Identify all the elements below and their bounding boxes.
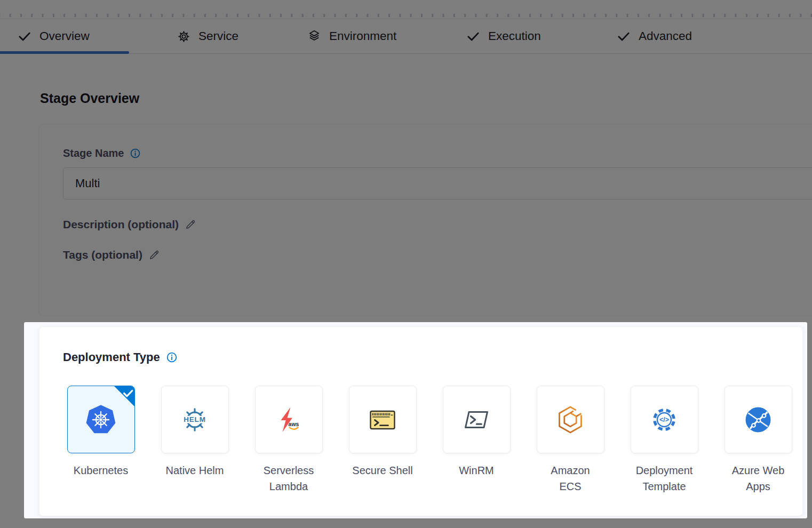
info-icon[interactable] bbox=[166, 352, 177, 363]
environment-icon bbox=[307, 29, 321, 43]
stage-name-input[interactable] bbox=[63, 167, 812, 199]
tab-execution[interactable]: Execution bbox=[466, 19, 541, 53]
tab-overview[interactable]: Overview bbox=[18, 19, 90, 53]
secure-shell-icon bbox=[368, 405, 397, 435]
deployment-type-item: WinRM bbox=[429, 386, 523, 494]
deployment-type-item: HELM Native Helm bbox=[148, 386, 242, 494]
deployment-type-label: Kubernetes bbox=[54, 462, 148, 478]
deployment-type-section: Deployment Type bbox=[24, 322, 807, 518]
deployment-type-label: Serverless Lambda bbox=[242, 462, 336, 494]
deployment-type-item: aws Serverless Lambda bbox=[242, 386, 336, 494]
selected-check-icon bbox=[114, 386, 135, 407]
edit-pencil-icon[interactable] bbox=[148, 249, 160, 261]
stage-tabs: Overview Service Environment Execution bbox=[0, 19, 812, 54]
tab-label: Advanced bbox=[639, 29, 692, 43]
tab-label: Service bbox=[198, 29, 238, 43]
deployment-type-deployment-template[interactable]: </> bbox=[631, 386, 698, 453]
tags-label: Tags (optional) bbox=[63, 249, 142, 261]
stage-overview-card: Stage Name Description (optional) Tags (… bbox=[38, 124, 812, 316]
deployment-template-icon: </> bbox=[649, 405, 679, 435]
tab-label: Execution bbox=[488, 29, 541, 43]
tab-environment[interactable]: Environment bbox=[307, 19, 396, 53]
deployment-type-secure-shell[interactable] bbox=[349, 386, 417, 453]
svg-text:HELM: HELM bbox=[184, 415, 205, 423]
deployment-type-azure-web-apps[interactable] bbox=[725, 386, 792, 453]
gear-icon bbox=[177, 30, 190, 43]
azure-web-apps-icon bbox=[743, 405, 773, 435]
check-icon bbox=[466, 29, 480, 43]
deployment-type-amazon-ecs[interactable] bbox=[537, 386, 604, 453]
deployment-type-item: Kubernetes bbox=[54, 386, 148, 494]
deployment-type-item: Azure Web Apps bbox=[711, 386, 805, 494]
page-title: Stage Overview bbox=[40, 91, 139, 106]
active-tab-indicator bbox=[0, 51, 129, 54]
deployment-type-item: Amazon ECS bbox=[523, 386, 617, 494]
kubernetes-icon bbox=[86, 405, 116, 435]
svg-text:</>: </> bbox=[659, 416, 669, 423]
tab-advanced[interactable]: Advanced bbox=[617, 19, 692, 53]
deployment-type-label: WinRM bbox=[429, 462, 523, 478]
svg-text:aws: aws bbox=[289, 420, 299, 427]
winrm-icon bbox=[461, 405, 491, 435]
deployment-type-label: Secure Shell bbox=[336, 462, 429, 478]
stage-name-label: Stage Name bbox=[63, 147, 124, 159]
tab-label: Environment bbox=[329, 29, 396, 43]
pipeline-stage-config-screen: Overview Service Environment Execution bbox=[0, 0, 812, 528]
tab-service[interactable]: Service bbox=[177, 19, 238, 53]
helm-icon: HELM bbox=[180, 405, 210, 435]
deployment-type-native-helm[interactable]: HELM bbox=[161, 386, 229, 453]
tab-label: Overview bbox=[39, 29, 90, 43]
deployment-type-kubernetes[interactable] bbox=[67, 386, 135, 453]
deployment-type-item: </> Deployment Template bbox=[617, 386, 711, 494]
edit-pencil-icon[interactable] bbox=[185, 219, 196, 230]
deployment-type-item: Secure Shell bbox=[336, 386, 429, 494]
deployment-type-label: Native Helm bbox=[148, 462, 242, 478]
check-icon bbox=[18, 29, 31, 43]
info-icon[interactable] bbox=[130, 148, 140, 158]
amazon-ecs-icon bbox=[555, 405, 585, 435]
deployment-type-grid: Kubernetes HELM Nativ bbox=[54, 386, 805, 494]
description-label: Description (optional) bbox=[63, 218, 179, 231]
deployment-type-label: Amazon ECS bbox=[523, 462, 617, 494]
deployment-type-label: Azure Web Apps bbox=[711, 462, 805, 494]
deployment-type-winrm[interactable] bbox=[443, 386, 511, 453]
deployment-type-serverless-lambda[interactable]: aws bbox=[255, 386, 323, 453]
pipeline-canvas-dots bbox=[0, 0, 812, 19]
deployment-type-label: Deployment Template bbox=[617, 462, 711, 494]
deployment-type-card: Deployment Type bbox=[39, 326, 803, 516]
check-icon bbox=[617, 29, 631, 43]
deployment-type-heading: Deployment Type bbox=[63, 350, 160, 364]
serverless-lambda-icon: aws bbox=[274, 405, 304, 435]
